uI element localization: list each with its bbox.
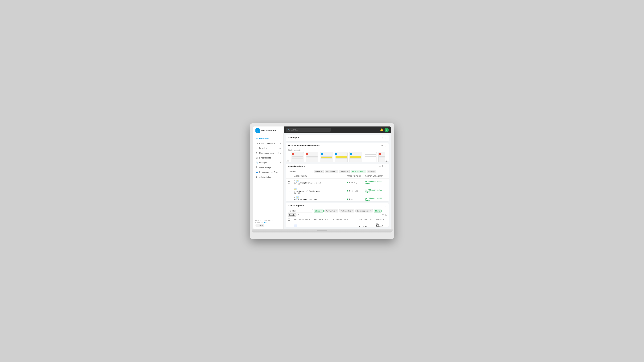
collapse-icon[interactable]: ▲ xyxy=(299,137,301,138)
chip-arrow-5: ▼ xyxy=(352,210,353,212)
doc-thumbnail xyxy=(320,152,333,162)
sort-aufgaben-icon[interactable]: ⇅ xyxy=(385,214,387,216)
doc-type-icon xyxy=(306,153,308,155)
users-icon: 👥 xyxy=(256,171,258,174)
user-avatar[interactable]: G xyxy=(384,128,389,132)
collapse-aufgaben-icon[interactable]: ▲ xyxy=(304,205,306,206)
split-icon[interactable]: ⊟ xyxy=(382,136,384,139)
more-icon[interactable]: ⋮ xyxy=(385,136,387,139)
doc-item[interactable]: Muster Kugelschreiber / Muster Liefersch… xyxy=(378,152,385,162)
clock-icon: ◷ xyxy=(256,142,258,145)
filter-chip-schlagwort[interactable]: Schlagwort ▼ xyxy=(325,170,338,173)
row-checkbox[interactable] xyxy=(288,198,290,200)
view-aufgaben-icon[interactable]: 👁 xyxy=(382,214,384,216)
doc-item[interactable]: Brief Vorlage xyxy=(334,152,348,162)
doc-thumbnail xyxy=(335,152,348,162)
auftragstyp-cell: Zur direkten Erledigung xyxy=(357,222,374,227)
sidebar-item-administration[interactable]: ⚙ Administration xyxy=(253,175,284,180)
table-row[interactable]: ▶ 📁 Protokolle Jahre 1995 - 2000 OG 0.6.… xyxy=(286,195,389,201)
col-dossier: Dossier xyxy=(374,218,389,222)
file-icon: 📄 xyxy=(256,162,258,164)
filter-chip-status[interactable]: Status ▼ xyxy=(314,170,324,173)
table-row[interactable]: ✓ Personaleinstellung Boss Hugo xyxy=(286,222,389,227)
search-input[interactable] xyxy=(291,129,329,131)
sidebar-item-vorlagen[interactable]: 📄 Vorlagen ∨ xyxy=(253,160,284,165)
aufgaben-table: Auftragnehmer Auftraggeber Zu Erledigen … xyxy=(286,218,389,227)
time-cell: vor 7 Monaten und 22 Tagen xyxy=(363,187,388,195)
time-cell: vor 7 Monaten und 22 Tagen xyxy=(363,195,388,201)
filter-chip-aufg-status[interactable]: Status ✕ xyxy=(314,209,324,212)
folder-icon: 📁 xyxy=(296,180,299,182)
row-checkbox[interactable] xyxy=(288,190,290,192)
sidebar-item-favorites[interactable]: ☆ Favoriten ✎ ∨ xyxy=(253,146,284,151)
collapse-dossiers-icon[interactable]: ▲ xyxy=(304,166,305,167)
filter-chip-beginn[interactable]: Beginn ▼ xyxy=(339,170,350,173)
logo-icon: G xyxy=(256,128,260,133)
chip-x-status[interactable]: ✕ xyxy=(321,210,322,212)
help-icon: ⊕ xyxy=(257,225,258,227)
dossiers-table-wrap: Aktenzeichen Federführung Zuletzt Veränd… xyxy=(286,174,389,201)
filter-aufgaben-more[interactable]: ⋮ xyxy=(298,214,300,216)
chip-arrow-2: ▼ xyxy=(335,171,337,172)
doc-item[interactable]: Präsentation xyxy=(349,152,362,162)
doc-item[interactable]: Vorlage Organisationsvorschriften xyxy=(320,152,334,162)
collapse-recently-icon[interactable]: ▲ xyxy=(320,145,322,146)
filter-chip-federfuhrend[interactable]: Federführend ✕ xyxy=(350,170,366,173)
meldungen-body: Keine neuen Meldungen xyxy=(286,140,389,141)
more-icon-2[interactable]: ⋮ xyxy=(385,144,387,147)
expand-btn[interactable]: ▶ xyxy=(294,180,295,182)
meine-aufgaben-actions: ⋮ xyxy=(385,204,387,207)
filter-chip-meine[interactable]: Meine xyxy=(374,209,382,212)
aufgaben-text-filter[interactable] xyxy=(288,209,313,212)
scroll-left-arrow[interactable]: ‹ xyxy=(286,160,290,162)
filter-more-options[interactable]: ⋮ xyxy=(377,170,379,173)
view-icon[interactable]: 👁 xyxy=(381,144,384,147)
help-button[interactable]: ⊕ Hilfe xyxy=(256,224,264,227)
chevron-icon: ∨ xyxy=(280,142,281,144)
expand-btn[interactable]: ▶ xyxy=(294,196,295,198)
doc-thumbnail xyxy=(349,152,362,162)
doc-item[interactable]: dasdad xyxy=(364,152,377,162)
col-zu-erledigen[interactable]: Zu Erledigen bis xyxy=(330,218,357,222)
sidebar-item-recently[interactable]: ◷ Kürzlich bearbeitet ∨ xyxy=(253,141,284,146)
doc-item[interactable]: Leitfaden Handhabung SEVER xyxy=(291,152,304,162)
sidebar-item-dashboard[interactable]: ⊞ Dashboard xyxy=(253,136,284,141)
col-zuletzt[interactable]: Zuletzt Verändert xyxy=(363,174,388,178)
scroll-right-arrow[interactable]: › xyxy=(385,160,388,162)
dossiers-text-filter[interactable] xyxy=(288,170,313,173)
select-all-dossiers[interactable] xyxy=(288,175,290,177)
sidebar-item-meine-ablage[interactable]: 🗄 Meine Ablage xyxy=(253,165,284,170)
more-dossiers-icon[interactable]: ⋮ xyxy=(385,165,387,168)
filter-chip-zu-erledigen[interactable]: Zu erledigen bis ▼ xyxy=(356,209,373,212)
recently-edited-actions: 👁 ⋮ xyxy=(381,144,387,147)
table-row[interactable]: ▶ 📁 Durchführung Informationsabend OG 1.… xyxy=(286,178,389,187)
recently-label: Kürzlich bearbeitet xyxy=(286,148,389,151)
more-aufgaben-icon[interactable]: ⋮ xyxy=(385,204,387,207)
sidebar-item-benutzende[interactable]: 👥 Benutzende und Teams xyxy=(253,170,284,175)
doc-item[interactable]: Leitfaden Handhabung SEVER xyxy=(305,152,319,162)
archive-icon: 🗄 xyxy=(256,166,258,169)
chip-x-federfuhrend[interactable]: ✕ xyxy=(363,170,364,172)
status-dot xyxy=(347,182,348,183)
doc-thumbnail xyxy=(291,152,304,162)
gear-chevron-icon: ⚙ ∨ xyxy=(278,152,281,154)
sidebar-item-ordnungssystem[interactable]: ⊟ Ordnungssystem ⚙ ∨ xyxy=(253,151,284,156)
view-dossiers-icon[interactable]: 👁 xyxy=(379,165,381,168)
topbar: 🔍 🔔 G xyxy=(284,126,391,133)
filter-chip-auftragstyp[interactable]: Auftragstyp ▼ xyxy=(324,209,338,212)
bell-icon[interactable]: 🔔 xyxy=(380,128,383,131)
star-icon: ☆ xyxy=(256,147,258,150)
recently-edited-section: Kürzlich bearbeitete Dokumente ▲ 👁 ⋮ Kür… xyxy=(286,143,389,162)
chip-arrow-6: ▼ xyxy=(370,210,372,212)
row-checkbox[interactable] xyxy=(288,182,290,184)
sort-dossiers-icon[interactable]: ⇅ xyxy=(382,165,384,168)
sidebar-item-eingangskorb[interactable]: ▤ Eingangskorb xyxy=(253,156,284,160)
table-row[interactable]: 📁 Umweltabgabe für Stadtbewohner OG 8.3.… xyxy=(286,187,389,195)
select-all-aufgaben[interactable] xyxy=(288,218,290,221)
due-badge: vor 5 Monaten und 14 Tagen xyxy=(332,227,356,227)
filter-chip-beteiligt[interactable]: Beteiligt xyxy=(367,170,376,173)
status-dot xyxy=(347,190,348,192)
filter-chip-auftraggeber[interactable]: Auftraggeber ▼ xyxy=(339,209,354,212)
filter-chip-erstelle[interactable]: Erstelle xyxy=(288,214,296,216)
person-chip: Boss Hugo xyxy=(347,182,358,184)
